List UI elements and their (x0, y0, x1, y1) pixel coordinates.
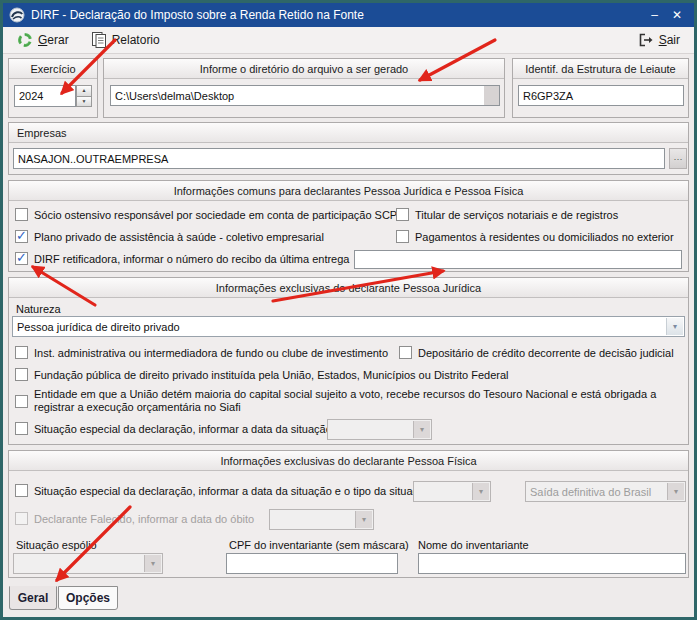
tab-geral[interactable]: Geral (9, 586, 57, 610)
cpf-label: CPF do inventariante (sem máscara) (229, 539, 409, 551)
spin-up-icon[interactable]: ▲ (76, 85, 92, 97)
cpf-input[interactable] (226, 553, 398, 574)
tab-opcoes[interactable]: Opções (58, 586, 118, 610)
leiaute-group: Identif. da Estrutura de Leiaute (512, 58, 689, 118)
checkbox-depositario[interactable] (399, 346, 412, 359)
checkbox-situacao-pj-label: Situação especial da declaração, informa… (34, 423, 332, 435)
title-bar: DIRF - Declaração do Imposto sobre a Ren… (3, 3, 694, 27)
tab-opcoes-label: Opções (66, 591, 110, 605)
checkbox-titular-label: Titular de serviços notariais e de regis… (415, 209, 618, 221)
checkbox-falecido-label: Declarante Falecido, informar a data do … (34, 513, 254, 525)
situacao-pf-date-select[interactable]: ▾ (413, 481, 491, 502)
checkbox-situacao-pf-label: Situação especial da declaração, informa… (34, 485, 430, 497)
diretorio-input[interactable] (110, 85, 500, 106)
checkbox-situacao-pf[interactable] (15, 484, 28, 497)
leiaute-caption: Identif. da Estrutura de Leiaute (513, 59, 688, 79)
empresas-browse-button[interactable]: ··· (669, 148, 687, 169)
pj-caption: Informações exclusivas do declarante Pes… (9, 278, 688, 298)
chevron-down-icon: ▾ (413, 421, 430, 438)
empresas-caption: Empresas (9, 123, 688, 143)
window-title: DIRF - Declaração do Imposto sobre a Ren… (31, 8, 364, 22)
sair-label: Sair (659, 33, 680, 47)
close-button[interactable]: ✕ (672, 9, 682, 21)
relatorio-button[interactable]: Relatorio (85, 30, 166, 50)
relatorio-label: Relatorio (112, 33, 160, 47)
tab-geral-label: Geral (18, 591, 49, 605)
sair-button[interactable]: Sair (632, 30, 686, 50)
checkbox-titular[interactable] (396, 208, 409, 221)
checkbox-depositario-label: Depositário de crédito decorrente de dec… (418, 347, 674, 359)
checkbox-plano-label: Plano privado de assistência à saúde - c… (34, 231, 324, 243)
exercicio-group: Exercício ▲ ▼ (8, 58, 98, 118)
spin-down-icon[interactable]: ▼ (76, 97, 92, 108)
checkbox-entidade-label: Entidade em que a União detém maioria do… (34, 388, 682, 414)
situacao-pj-date-select[interactable]: ▾ (327, 419, 432, 440)
pf-caption: Informações exclusivas do declarante Pes… (9, 451, 688, 471)
checkbox-fundacao-label: Fundação pública de direito privado inst… (34, 369, 509, 381)
nome-label: Nome do inventariante (418, 539, 529, 551)
recibo-input[interactable] (354, 250, 682, 269)
nome-input[interactable] (418, 553, 686, 574)
generate-icon (17, 32, 33, 48)
tipo-situacao-select[interactable]: Saída definitiva do Brasil ▾ (525, 481, 686, 502)
diretorio-caption: Informe o diretório do arquivo a ser ger… (104, 59, 504, 79)
empresas-input[interactable] (13, 148, 665, 169)
checkbox-fundacao[interactable] (15, 368, 28, 381)
checkbox-falecido[interactable] (15, 512, 28, 525)
diretorio-group: Informe o diretório do arquivo a ser ger… (103, 58, 505, 118)
checkbox-plano[interactable] (15, 230, 28, 243)
app-globe-icon (9, 7, 25, 23)
toolbar: Gerar Relatorio (3, 27, 694, 54)
espolio-label: Situação espólio (16, 539, 97, 551)
chevron-down-icon: ▾ (144, 555, 161, 572)
checkbox-retificadora[interactable] (15, 252, 28, 265)
chevron-down-icon: ▾ (472, 483, 489, 500)
checkbox-entidade[interactable] (15, 395, 28, 408)
tipo-situacao-value: Saída definitiva do Brasil (530, 486, 651, 498)
leiaute-input[interactable] (518, 85, 684, 106)
checkbox-retificadora-label: DIRF retificadora, informar o número do … (34, 253, 349, 265)
exit-icon (638, 32, 654, 48)
chevron-down-icon: ▾ (667, 483, 684, 500)
gerar-label: Gerar (38, 33, 69, 47)
natureza-value: Pessoa jurídica de direito privado (17, 321, 180, 333)
checkbox-socio[interactable] (15, 208, 28, 221)
natureza-select[interactable]: Pessoa jurídica de direito privado ▾ (12, 316, 685, 337)
checkbox-socio-label: Sócio ostensivo responsável por sociedad… (34, 209, 397, 221)
chevron-down-icon: ▾ (355, 511, 372, 528)
pj-group: Informações exclusivas do declarante Pes… (8, 277, 689, 445)
obito-date-select[interactable]: ▾ (269, 509, 374, 530)
checkbox-pagamentos[interactable] (396, 230, 409, 243)
exercicio-caption: Exercício (9, 59, 97, 79)
espolio-select[interactable]: ▾ (13, 553, 163, 574)
minimize-button[interactable]: – (651, 9, 658, 21)
empresas-group: Empresas ··· (8, 122, 689, 175)
gerar-button[interactable]: Gerar (11, 30, 75, 50)
checkbox-inst-label: Inst. administrativa ou intermediadora d… (34, 347, 388, 359)
chevron-down-icon: ▾ (666, 318, 683, 335)
dirf-window: DIRF - Declaração do Imposto sobre a Ren… (0, 0, 697, 620)
checkbox-pagamentos-label: Pagamentos à residentes ou domiciliados … (415, 231, 674, 243)
exercicio-input[interactable] (14, 85, 76, 107)
diretorio-browse-button[interactable] (484, 86, 499, 105)
pf-group: Informações exclusivas do declarante Pes… (8, 450, 689, 578)
checkbox-situacao-pj[interactable] (15, 422, 28, 435)
comuns-group: Informações comuns para declarantes Pess… (8, 180, 689, 272)
checkbox-inst[interactable] (15, 346, 28, 359)
natureza-label: Natureza (16, 303, 61, 315)
comuns-caption: Informações comuns para declarantes Pess… (9, 181, 688, 201)
exercicio-spinner: ▲ ▼ (14, 85, 92, 107)
report-icon (91, 32, 107, 48)
